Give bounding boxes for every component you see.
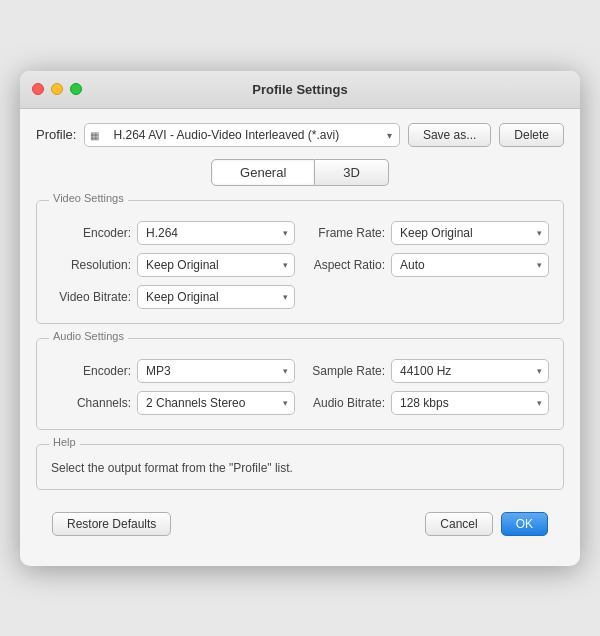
video-bitrate-label: Video Bitrate:	[51, 290, 131, 304]
minimize-button[interactable]	[51, 83, 63, 95]
delete-button[interactable]: Delete	[499, 123, 564, 147]
aspect-ratio-select-wrapper: Auto ▾	[391, 253, 549, 277]
profile-select-wrapper: ▦ H.264 AVI - Audio-Video Interleaved (*…	[84, 123, 399, 147]
help-title: Help	[49, 436, 80, 448]
channels-label: Channels:	[51, 396, 131, 410]
audio-bitrate-select-wrapper: 128 kbps ▾	[391, 391, 549, 415]
bottom-bar: Restore Defaults Cancel OK	[36, 504, 564, 550]
profile-settings-window: Profile Settings Profile: ▦ H.264 AVI - …	[20, 71, 580, 566]
tabs-row: General 3D	[36, 159, 564, 186]
sample-rate-row: Sample Rate: 44100 Hz ▾	[305, 359, 549, 383]
frame-rate-row: Frame Rate: Keep Original ▾	[305, 221, 549, 245]
frame-rate-select-wrapper: Keep Original ▾	[391, 221, 549, 245]
audio-encoder-select-wrapper: MP3 ▾	[137, 359, 295, 383]
tab-general[interactable]: General	[211, 159, 315, 186]
video-bitrate-select-wrapper: Keep Original ▾	[137, 285, 295, 309]
sample-rate-select[interactable]: 44100 Hz	[391, 359, 549, 383]
traffic-lights	[32, 83, 82, 95]
sample-rate-label: Sample Rate:	[305, 364, 385, 378]
close-button[interactable]	[32, 83, 44, 95]
video-encoder-select[interactable]: H.264	[137, 221, 295, 245]
encoder-row: Encoder: H.264 ▾	[51, 221, 295, 245]
video-settings-grid: Encoder: H.264 ▾ Frame Rate: Keep Origin…	[51, 221, 549, 309]
resolution-select[interactable]: Keep Original	[137, 253, 295, 277]
profile-icon: ▦	[90, 129, 99, 140]
save-as-button[interactable]: Save as...	[408, 123, 491, 147]
encoder-label: Encoder:	[51, 226, 131, 240]
audio-bitrate-select[interactable]: 128 kbps	[391, 391, 549, 415]
sample-rate-select-wrapper: 44100 Hz ▾	[391, 359, 549, 383]
aspect-ratio-label: Aspect Ratio:	[305, 258, 385, 272]
resolution-label: Resolution:	[51, 258, 131, 272]
profile-select[interactable]: H.264 AVI - Audio-Video Interleaved (*.a…	[84, 123, 399, 147]
frame-rate-label: Frame Rate:	[305, 226, 385, 240]
resolution-select-wrapper: Keep Original ▾	[137, 253, 295, 277]
aspect-ratio-row: Aspect Ratio: Auto ▾	[305, 253, 549, 277]
audio-bitrate-row: Audio Bitrate: 128 kbps ▾	[305, 391, 549, 415]
video-settings-section: Video Settings Encoder: H.264 ▾ Frame Ra…	[36, 200, 564, 324]
ok-button[interactable]: OK	[501, 512, 548, 536]
help-section: Help Select the output format from the "…	[36, 444, 564, 490]
audio-encoder-row: Encoder: MP3 ▾	[51, 359, 295, 383]
audio-settings-section: Audio Settings Encoder: MP3 ▾ Sample Rat…	[36, 338, 564, 430]
aspect-ratio-select[interactable]: Auto	[391, 253, 549, 277]
content-area: Profile: ▦ H.264 AVI - Audio-Video Inter…	[20, 109, 580, 566]
audio-encoder-select[interactable]: MP3	[137, 359, 295, 383]
maximize-button[interactable]	[70, 83, 82, 95]
tab-3d[interactable]: 3D	[315, 159, 389, 186]
frame-rate-select[interactable]: Keep Original	[391, 221, 549, 245]
audio-encoder-label: Encoder:	[51, 364, 131, 378]
encoder-select-wrapper: H.264 ▾	[137, 221, 295, 245]
audio-bitrate-label: Audio Bitrate:	[305, 396, 385, 410]
window-title: Profile Settings	[252, 82, 347, 97]
restore-defaults-button[interactable]: Restore Defaults	[52, 512, 171, 536]
bottom-right-buttons: Cancel OK	[425, 512, 548, 536]
help-text: Select the output format from the "Profi…	[51, 461, 549, 475]
resolution-row: Resolution: Keep Original ▾	[51, 253, 295, 277]
video-settings-title: Video Settings	[49, 192, 128, 204]
video-bitrate-select[interactable]: Keep Original	[137, 285, 295, 309]
audio-settings-grid: Encoder: MP3 ▾ Sample Rate: 44100 Hz	[51, 359, 549, 415]
video-bitrate-row: Video Bitrate: Keep Original ▾	[51, 285, 295, 309]
cancel-button[interactable]: Cancel	[425, 512, 492, 536]
titlebar: Profile Settings	[20, 71, 580, 109]
profile-row: Profile: ▦ H.264 AVI - Audio-Video Inter…	[36, 123, 564, 147]
channels-select-wrapper: 2 Channels Stereo ▾	[137, 391, 295, 415]
profile-label: Profile:	[36, 127, 76, 142]
channels-select[interactable]: 2 Channels Stereo	[137, 391, 295, 415]
channels-row: Channels: 2 Channels Stereo ▾	[51, 391, 295, 415]
audio-settings-title: Audio Settings	[49, 330, 128, 342]
